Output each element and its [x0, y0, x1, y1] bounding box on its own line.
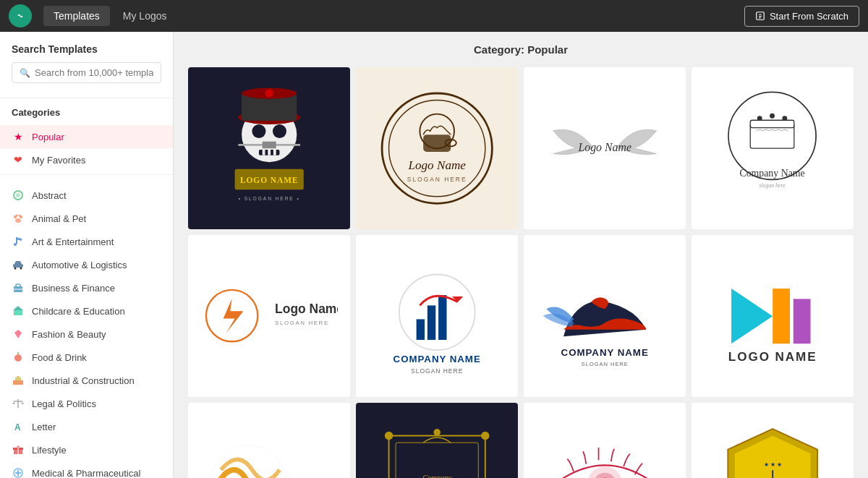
sidebar-item-food-drink[interactable]: Food & Drink — [0, 346, 173, 369]
svg-point-3 — [16, 193, 20, 197]
svg-point-13 — [20, 268, 22, 270]
svg-point-7 — [16, 215, 18, 217]
template-card-7[interactable]: COMPANY NAME SLOGAN HERE — [524, 235, 686, 397]
svg-point-62 — [770, 114, 775, 119]
search-input[interactable] — [35, 67, 153, 78]
sidebar-item-business-finance-label: Business & Finance — [32, 283, 115, 294]
svg-text:LOGO NAME: LOGO NAME — [240, 176, 299, 184]
svg-point-8 — [19, 215, 21, 217]
svg-text:SLOGAN HERE: SLOGAN HERE — [581, 361, 628, 367]
svg-text:Logo Name: Logo Name — [407, 158, 466, 172]
svg-marker-17 — [13, 306, 23, 310]
svg-point-10 — [14, 243, 17, 246]
search-templates-label: Search Templates — [12, 43, 161, 55]
svg-point-36 — [273, 124, 286, 138]
svg-rect-16 — [14, 310, 22, 315]
school-icon — [12, 304, 25, 317]
svg-text:SLOGAN HERE: SLOGAN HERE — [407, 176, 467, 183]
template-card-8[interactable]: LOGO NAME — [692, 235, 854, 397]
start-scratch-label: Start From Scratch — [770, 11, 848, 22]
nav-tabs: Templates My Logos — [43, 6, 177, 26]
sidebar-item-medical-label: Medical & Pharmaceutical — [32, 468, 140, 479]
template-card-11[interactable]: COMPANY NAME — [524, 403, 686, 478]
svg-rect-71 — [416, 320, 424, 341]
svg-point-44 — [265, 89, 273, 97]
sidebar-item-childcare-label: Childcare & Education — [32, 306, 125, 317]
svg-rect-80 — [773, 289, 790, 343]
search-box: 🔍 — [12, 62, 161, 83]
svg-rect-60 — [751, 120, 795, 127]
app-logo[interactable] — [9, 4, 32, 27]
sidebar-item-popular[interactable]: ★ Popular — [0, 125, 173, 148]
sidebar-item-automotive-label: Automotive & Logistics — [32, 260, 127, 270]
search-icon: 🔍 — [20, 68, 30, 78]
svg-rect-39 — [268, 148, 271, 155]
svg-text:COMPANY NAME: COMPANY NAME — [561, 347, 648, 358]
template-card-12[interactable]: ★ ★ ★ — [692, 403, 854, 478]
template-card-4[interactable]: Company Name slogan here — [692, 67, 854, 229]
sidebar-item-my-favorites-label: My Favorites — [32, 155, 85, 166]
svg-marker-79 — [731, 289, 773, 343]
svg-point-92 — [433, 429, 441, 436]
sidebar-item-childcare[interactable]: Childcare & Education — [0, 299, 173, 323]
template-card-1[interactable]: LOGO NAME • SLOGAN HERE • — [188, 67, 350, 229]
svg-text:Logo Name: Logo Name — [577, 141, 631, 154]
categories-label: Categories — [0, 107, 173, 125]
svg-marker-67 — [224, 299, 244, 333]
medical-icon — [12, 466, 25, 478]
scale-icon — [12, 397, 25, 410]
svg-text:slogan here: slogan here — [760, 182, 786, 189]
svg-rect-20 — [13, 380, 23, 385]
template-card-3[interactable]: Logo Name — [524, 67, 686, 229]
template-card-6[interactable]: COMPANY NAME SLOGAN HERE — [356, 235, 518, 397]
svg-point-89 — [481, 432, 489, 440]
template-card-5[interactable]: Logo Name SLOGAN HERE — [188, 235, 350, 397]
main-content: Category: Popular — [174, 32, 868, 478]
svg-point-19 — [14, 354, 22, 362]
svg-rect-11 — [13, 264, 23, 268]
svg-rect-40 — [273, 148, 276, 155]
sidebar-item-business-finance[interactable]: Business & Finance — [0, 276, 173, 299]
svg-point-88 — [385, 432, 393, 440]
sidebar-item-lifestyle[interactable]: Lifestyle — [0, 438, 173, 461]
star-icon: ★ — [12, 130, 25, 143]
svg-rect-53 — [423, 135, 451, 152]
sidebar-item-my-favorites[interactable]: ❤ My Favorites — [0, 148, 173, 171]
sidebar-item-automotive[interactable]: Automotive & Logistics — [0, 253, 173, 276]
sidebar-divider — [0, 98, 173, 98]
sidebar-item-art-entertainment[interactable]: Art & Entertainment — [0, 230, 173, 253]
svg-point-35 — [252, 124, 265, 138]
category-prefix: Category: — [474, 43, 527, 56]
abstract-icon — [12, 189, 25, 202]
top-nav: Templates My Logos Start From Scratch — [0, 0, 868, 32]
svg-point-12 — [14, 268, 17, 270]
sidebar-item-abstract[interactable]: Abstract — [0, 184, 173, 207]
template-card-2[interactable]: Logo Name SLOGAN HERE — [356, 67, 518, 229]
svg-text:COMPANY NAME: COMPANY NAME — [393, 354, 480, 365]
nav-tab-templates[interactable]: Templates — [43, 6, 110, 26]
sidebar-item-animal-pet[interactable]: Animal & Pet — [0, 207, 173, 230]
sidebar-item-letter[interactable]: A Letter — [0, 415, 173, 438]
sidebar-item-medical[interactable]: Medical & Pharmaceutical — [0, 461, 173, 478]
main-layout: Search Templates 🔍 Categories ★ Popular … — [0, 32, 868, 478]
sidebar-item-abstract-label: Abstract — [32, 190, 67, 201]
template-card-10[interactable]: Company Name slogan here — [356, 403, 518, 478]
svg-text:Logo Name: Logo Name — [275, 302, 338, 316]
svg-rect-87 — [396, 443, 478, 478]
nav-tab-my-logos[interactable]: My Logos — [113, 6, 177, 26]
paw-icon — [12, 212, 25, 225]
letter-icon: A — [12, 420, 25, 433]
music-icon — [12, 235, 25, 248]
svg-point-4 — [15, 218, 21, 223]
start-from-scratch-button[interactable]: Start From Scratch — [744, 6, 859, 27]
sidebar-item-legal-label: Legal & Politics — [32, 398, 96, 409]
heart-icon: ❤ — [12, 153, 25, 166]
sidebar-item-legal[interactable]: Legal & Politics — [0, 392, 173, 415]
template-card-9[interactable]: logo placeholder — [188, 403, 350, 478]
sidebar-item-industrial[interactable]: Industrial & Construction — [0, 369, 173, 392]
sidebar-item-fashion-beauty[interactable]: Fashion & Beauty — [0, 323, 173, 346]
svg-text:SLOGAN HERE: SLOGAN HERE — [275, 320, 329, 327]
food-icon — [12, 351, 25, 364]
sidebar-item-food-drink-label: Food & Drink — [32, 352, 87, 363]
briefcase-icon — [12, 281, 25, 294]
